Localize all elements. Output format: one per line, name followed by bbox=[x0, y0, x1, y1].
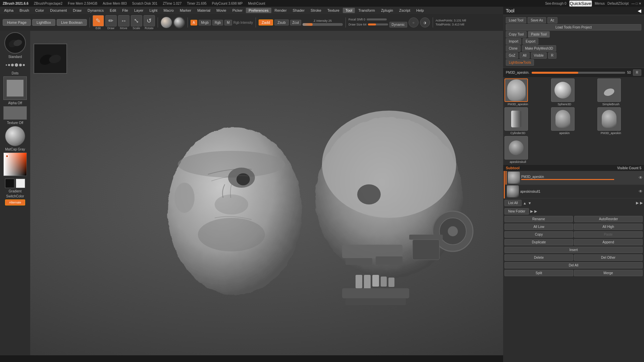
delete-btn[interactable]: Delete bbox=[504, 254, 573, 261]
menu-alpha[interactable]: Alpha bbox=[1, 8, 16, 13]
load-tool-btn[interactable]: Load Tool bbox=[506, 17, 526, 23]
thumb-sphere3d[interactable]: Sphere3D bbox=[551, 78, 578, 106]
visible-btn[interactable]: Visible bbox=[531, 52, 547, 59]
menu-marker[interactable]: Marker bbox=[177, 8, 194, 13]
import-btn[interactable]: Import bbox=[506, 38, 521, 45]
del-all-btn[interactable]: Del All bbox=[504, 262, 643, 268]
menu-edit[interactable]: Edit bbox=[107, 8, 119, 13]
make-polymesh-btn[interactable]: Make PolyMesh3D bbox=[522, 45, 556, 52]
subtool-item-apeskinskull1[interactable]: apeskinskull1 👁 bbox=[505, 185, 644, 198]
btn-a[interactable]: A bbox=[191, 20, 198, 25]
dots-brush-preview[interactable] bbox=[5, 60, 25, 70]
del-other-btn[interactable]: Del Other bbox=[574, 254, 643, 261]
list-arrow-right2[interactable]: ▶ bbox=[640, 201, 643, 205]
thumb-pm3d-apeskin2[interactable]: PM3D_apeskin bbox=[597, 107, 624, 135]
load-from-project-btn[interactable]: Load Tools From Project bbox=[506, 24, 641, 31]
paste-tool-btn[interactable]: Paste Tool bbox=[528, 31, 550, 38]
folder-arrow[interactable]: ▶ bbox=[530, 209, 533, 214]
merge-btn[interactable]: Merge bbox=[574, 270, 643, 276]
new-folder-btn[interactable]: New Folder bbox=[504, 208, 529, 215]
clone-btn[interactable]: Clone bbox=[506, 45, 521, 52]
tab-homepage[interactable]: Home Page bbox=[3, 19, 31, 26]
tool-edit-button[interactable]: ✎ bbox=[93, 15, 104, 26]
color-picker[interactable] bbox=[3, 153, 27, 176]
list-arrow-up[interactable]: ▲ bbox=[523, 201, 527, 205]
tool-rotate-button[interactable]: ↺ bbox=[144, 15, 155, 26]
alpha-preview[interactable] bbox=[3, 76, 27, 100]
tool-panel-scroll[interactable]: Load Tool Save As Az Load Tools From Pro… bbox=[503, 15, 644, 362]
dynamic-btn[interactable]: Dynamic bbox=[389, 22, 407, 27]
thumb-cylinder3d[interactable]: Cylinder3D bbox=[504, 107, 531, 135]
window-controls[interactable]: — □ ✕ bbox=[631, 2, 641, 5]
btn-zsub[interactable]: Zsub bbox=[274, 19, 288, 25]
menu-picker[interactable]: Picker bbox=[230, 8, 246, 13]
list-arrow-down[interactable]: ▼ bbox=[528, 201, 532, 205]
menu-shader[interactable]: Shader bbox=[290, 8, 307, 13]
pm3d-r-btn[interactable]: R bbox=[633, 69, 641, 76]
rename-btn[interactable]: Rename bbox=[504, 216, 573, 222]
btn-zadd[interactable]: Zadd bbox=[259, 19, 273, 25]
list-all-btn[interactable]: List All bbox=[504, 200, 522, 206]
all-high-btn[interactable]: All High bbox=[574, 224, 643, 230]
menu-material[interactable]: Material bbox=[195, 8, 213, 13]
thumb-apeskin[interactable]: apeskin bbox=[551, 107, 578, 135]
material-sphere[interactable] bbox=[173, 17, 185, 28]
menu-dynamics[interactable]: Dynamics bbox=[85, 8, 106, 13]
menu-draw[interactable]: Draw bbox=[70, 8, 84, 13]
viewport[interactable] bbox=[30, 40, 577, 355]
draw-size-slider[interactable] bbox=[368, 23, 388, 25]
tab-live-boolean[interactable]: Live Boolean bbox=[57, 19, 87, 26]
tool-panel-close[interactable]: ◀ bbox=[638, 8, 641, 13]
folder-arrow2[interactable]: ▶ bbox=[534, 209, 537, 214]
tab-lightbox[interactable]: LightBox bbox=[32, 19, 55, 26]
btn-zcut[interactable]: Zcut bbox=[290, 20, 301, 25]
btn-m[interactable]: M bbox=[224, 20, 232, 25]
all-low-btn[interactable]: All Low bbox=[504, 224, 573, 230]
export-btn[interactable]: Export bbox=[523, 38, 538, 45]
brush-preview[interactable] bbox=[4, 32, 26, 54]
pm3d-slider[interactable] bbox=[532, 72, 625, 74]
list-arrow-right[interactable]: ▶ bbox=[636, 201, 639, 205]
menu-preferences[interactable]: Preferences bbox=[246, 8, 271, 13]
menu-brush[interactable]: Brush bbox=[17, 8, 32, 13]
z-intensity-slider[interactable] bbox=[303, 23, 343, 26]
swatch-black[interactable] bbox=[5, 179, 14, 188]
menu-macro[interactable]: Macro bbox=[161, 8, 176, 13]
subtool-item-pm3d-apeskin[interactable]: PM3D_apeskin 👁 bbox=[505, 171, 644, 185]
lightbox-tools-btn[interactable]: Lightbox▸Tools bbox=[506, 59, 534, 66]
copy-btn[interactable]: Copy bbox=[504, 231, 573, 238]
autoreorder-btn[interactable]: AutoReorder bbox=[574, 216, 643, 222]
duplicate-btn[interactable]: Duplicate bbox=[504, 239, 573, 245]
matcap-preview[interactable] bbox=[5, 126, 25, 146]
focal-shift-slider[interactable] bbox=[367, 18, 387, 20]
swatch-white[interactable] bbox=[16, 179, 25, 188]
thumb-pm3d-apeskin[interactable]: PM3D_apeskin bbox=[504, 78, 531, 106]
tool-move-button[interactable]: ↔ bbox=[118, 15, 129, 26]
menu-document[interactable]: Document bbox=[47, 8, 69, 13]
btn-mrgb[interactable]: Mrgb bbox=[199, 20, 211, 25]
symmetry-icon-2[interactable]: ◑ bbox=[420, 17, 430, 27]
menu-zplugin[interactable]: Zplugin bbox=[378, 8, 396, 13]
goz-btn[interactable]: GoZ bbox=[506, 52, 518, 59]
brush-thumbnail-panel[interactable] bbox=[34, 44, 67, 74]
az-btn[interactable]: Az bbox=[547, 17, 557, 23]
tool-draw-button[interactable]: ✏ bbox=[105, 15, 117, 26]
alternate-button[interactable]: Alternate bbox=[5, 199, 25, 205]
menu-layer[interactable]: Layer bbox=[131, 8, 146, 13]
menu-color[interactable]: Color bbox=[33, 8, 47, 13]
split-btn[interactable]: Split bbox=[504, 270, 573, 276]
symmetry-icon[interactable]: ○ bbox=[409, 17, 419, 27]
sculpt-3d-area[interactable] bbox=[30, 40, 577, 355]
texture-preview[interactable] bbox=[3, 106, 27, 120]
tool-scale-button[interactable]: ⤡ bbox=[131, 15, 142, 26]
menu-transform[interactable]: Transform bbox=[356, 8, 378, 13]
quicksave-button[interactable]: QuickSave bbox=[569, 0, 592, 7]
btn-rgb[interactable]: Rgb bbox=[212, 20, 223, 25]
append-btn[interactable]: Append bbox=[574, 239, 643, 245]
menu-stroke[interactable]: Stroke bbox=[308, 8, 324, 13]
insert-btn[interactable]: Insert bbox=[504, 247, 643, 253]
menu-texture[interactable]: Texture bbox=[325, 8, 342, 13]
menu-render[interactable]: Render bbox=[272, 8, 289, 13]
menu-movie[interactable]: Movie bbox=[214, 8, 229, 13]
menu-help[interactable]: Help bbox=[414, 8, 427, 13]
